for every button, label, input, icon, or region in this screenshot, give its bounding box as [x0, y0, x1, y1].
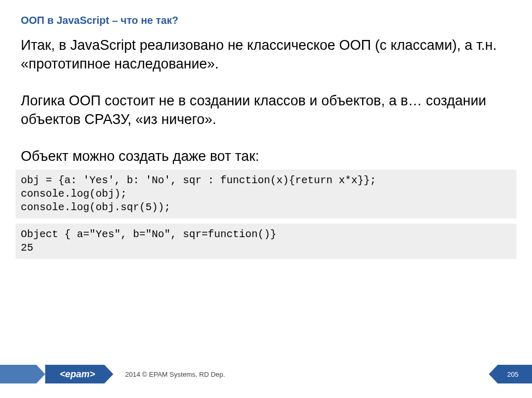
paragraph-2: Логика ООП состоит не в создании классов…: [21, 91, 511, 129]
footer-logo-wrap: <epam>: [45, 365, 104, 383]
slide-content: Итак, в JavaScript реализовано не класси…: [0, 36, 532, 166]
paragraph-3: Объект можно создать даже вот так:: [21, 147, 511, 166]
footer-accent-shape: [0, 365, 36, 383]
code-output-block: Object { a="Yes", b="No", sqr=function()…: [16, 224, 516, 259]
code-input-block: obj = {a: 'Yes', b: 'No', sqr : function…: [16, 170, 516, 218]
paragraph-1: Итак, в JavaScript реализовано не класси…: [21, 36, 511, 74]
page-number: 205: [498, 365, 532, 383]
slide-footer: <epam> 2014 © EPAM Systems, RD Dep. 205: [0, 365, 532, 383]
footer-copyright: 2014 © EPAM Systems, RD Dep.: [125, 370, 225, 378]
slide-title: ООП в JavaScript – что не так?: [0, 0, 532, 36]
epam-logo: <epam>: [60, 369, 95, 380]
